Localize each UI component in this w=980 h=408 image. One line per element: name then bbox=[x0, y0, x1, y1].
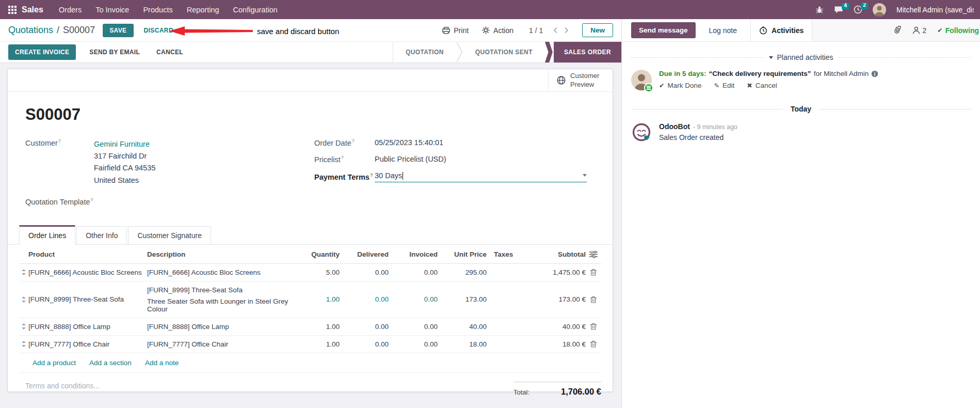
optional-columns-icon[interactable] bbox=[586, 250, 601, 258]
odoobot-avatar[interactable] bbox=[631, 122, 652, 143]
followers-button[interactable]: 2 bbox=[912, 26, 926, 35]
col-subtotal[interactable]: Subtotal bbox=[531, 250, 586, 258]
table-row[interactable]: [FURN_8888] Office Lamp [FURN_8888] Offi… bbox=[19, 318, 601, 336]
add-note-link[interactable]: Add a note bbox=[145, 359, 179, 367]
col-quantity[interactable]: Quantity bbox=[294, 250, 340, 258]
menu-orders[interactable]: Orders bbox=[59, 6, 82, 14]
table-row[interactable]: [FURN_7777] Office Chair [FURN_7777] Off… bbox=[19, 336, 601, 353]
terms-placeholder[interactable]: Terms and conditions... bbox=[25, 382, 100, 390]
cell-delivered[interactable]: 0.00 bbox=[340, 340, 389, 348]
send-by-email-button[interactable]: SEND BY EMAIL bbox=[86, 44, 143, 60]
delete-row-icon[interactable] bbox=[586, 323, 601, 330]
customer-preview-button[interactable]: Customer Preview bbox=[548, 69, 613, 91]
cell-description[interactable]: [FURN_7777] Office Chair bbox=[147, 340, 228, 348]
payment-terms-input[interactable]: 30 Days bbox=[375, 171, 587, 182]
pager-previous-icon[interactable] bbox=[550, 25, 561, 36]
cell-unit-price[interactable]: 295.00 bbox=[438, 269, 487, 276]
cell-product[interactable]: [FURN_7777] Office Chair bbox=[28, 340, 147, 348]
col-unit-price[interactable]: Unit Price bbox=[438, 250, 487, 258]
tab-customer-signature[interactable]: Customer Signature bbox=[128, 226, 211, 245]
mark-done-button[interactable]: ✔Mark Done bbox=[659, 82, 702, 89]
drag-handle-icon[interactable] bbox=[19, 341, 28, 347]
menu-reporting[interactable]: Reporting bbox=[187, 6, 219, 14]
cell-invoiced[interactable]: 0.00 bbox=[389, 269, 438, 276]
menu-products[interactable]: Products bbox=[143, 6, 172, 14]
order-date-value[interactable]: 05/25/2023 15:40:01 bbox=[375, 138, 443, 147]
cell-description[interactable]: [FURN_6666] Acoustic Bloc Screens bbox=[147, 269, 261, 276]
apps-grid-icon[interactable] bbox=[8, 6, 17, 14]
delete-row-icon[interactable] bbox=[586, 296, 601, 303]
debug-icon[interactable] bbox=[815, 6, 824, 14]
stage-quotation[interactable]: QUOTATION bbox=[393, 42, 456, 62]
following-button[interactable]: ✔ Following bbox=[937, 26, 979, 35]
menu-configuration[interactable]: Configuration bbox=[233, 6, 278, 14]
table-row[interactable]: [FURN_6666] Acoustic Bloc Screens [FURN_… bbox=[19, 264, 601, 281]
user-avatar[interactable] bbox=[873, 3, 886, 17]
edit-activity-button[interactable]: ✎Edit bbox=[714, 82, 735, 89]
attachment-icon[interactable] bbox=[893, 25, 902, 36]
pricelist-value[interactable]: Public Pricelist (USD) bbox=[375, 155, 446, 163]
planned-activities-toggle[interactable]: Planned activities bbox=[769, 53, 833, 61]
messages-icon[interactable]: 4 bbox=[834, 6, 843, 14]
form-view-background: Customer Preview S00007 Customer? Gemini… bbox=[0, 63, 621, 408]
message-author[interactable]: OdooBot bbox=[659, 122, 690, 131]
col-product[interactable]: Product bbox=[28, 250, 147, 258]
cell-delivered[interactable]: 0.00 bbox=[340, 295, 389, 303]
cell-unit-price[interactable]: 18.00 bbox=[438, 340, 487, 348]
cell-invoiced[interactable]: 0.00 bbox=[389, 340, 438, 348]
cell-unit-price[interactable]: 173.00 bbox=[438, 295, 487, 303]
add-section-link[interactable]: Add a section bbox=[89, 359, 132, 367]
activities-tab[interactable]: Activities bbox=[751, 19, 812, 41]
tab-order-lines[interactable]: Order Lines bbox=[19, 225, 75, 245]
pager-next-icon[interactable] bbox=[561, 25, 572, 36]
activity-avatar[interactable] bbox=[631, 70, 652, 90]
col-invoiced[interactable]: Invoiced bbox=[389, 250, 438, 258]
user-name[interactable]: Mitchell Admin (save_discard bbox=[896, 6, 974, 14]
stage-sales-order[interactable]: SALES ORDER bbox=[554, 42, 621, 62]
cell-delivered[interactable]: 0.00 bbox=[340, 323, 389, 331]
stage-quotation-sent[interactable]: QUOTATION SENT bbox=[463, 42, 545, 62]
cell-delivered[interactable]: 0.00 bbox=[340, 269, 389, 276]
app-name[interactable]: Sales bbox=[22, 5, 43, 14]
breadcrumb-quotations[interactable]: Quotations bbox=[8, 25, 53, 36]
action-button[interactable]: Action bbox=[482, 26, 513, 35]
cell-quantity[interactable]: 1.00 bbox=[294, 323, 340, 331]
col-description[interactable]: Description bbox=[147, 250, 294, 258]
cancel-activity-button[interactable]: ✖Cancel bbox=[747, 82, 777, 89]
cell-product[interactable]: [FURN_6666] Acoustic Bloc Screens bbox=[28, 269, 147, 276]
cell-quantity[interactable]: 5.00 bbox=[294, 269, 340, 276]
cell-unit-price[interactable]: 40.00 bbox=[438, 323, 487, 331]
add-product-link[interactable]: Add a product bbox=[33, 359, 76, 367]
cell-invoiced[interactable]: 0.00 bbox=[389, 323, 438, 331]
activity-clock-icon[interactable]: 2 bbox=[854, 5, 862, 14]
customer-link[interactable]: Gemini Furniture bbox=[94, 138, 155, 150]
cancel-button[interactable]: CANCEL bbox=[153, 44, 186, 60]
chevron-down-icon[interactable] bbox=[583, 174, 587, 177]
tab-other-info[interactable]: Other Info bbox=[76, 226, 127, 245]
log-note-button[interactable]: Log note bbox=[708, 22, 738, 39]
drag-handle-icon[interactable] bbox=[19, 269, 28, 275]
cell-product[interactable]: [FURN_8999] Three-Seat Sofa bbox=[28, 295, 147, 303]
save-button[interactable]: SAVE bbox=[103, 24, 133, 37]
col-delivered[interactable]: Delivered bbox=[340, 250, 389, 258]
cell-description[interactable]: [FURN_8888] Office Lamp bbox=[147, 323, 229, 331]
new-button[interactable]: New bbox=[582, 23, 613, 37]
create-invoice-button[interactable]: CREATE INVOICE bbox=[8, 44, 76, 60]
delete-row-icon[interactable] bbox=[586, 269, 601, 276]
drag-handle-icon[interactable] bbox=[19, 323, 28, 329]
print-button[interactable]: Print bbox=[442, 26, 469, 35]
cell-quantity[interactable]: 1.00 bbox=[294, 340, 340, 348]
cell-description[interactable]: [FURN_8999] Three-Seat Sofa bbox=[147, 286, 243, 294]
send-message-button[interactable]: Send message bbox=[631, 22, 696, 38]
delete-row-icon[interactable] bbox=[586, 340, 601, 348]
info-icon[interactable] bbox=[871, 70, 878, 77]
order-lines-table: Product Description Quantity Delivered I… bbox=[19, 245, 601, 373]
menu-to-invoice[interactable]: To Invoice bbox=[95, 6, 129, 14]
cell-invoiced[interactable]: 0.00 bbox=[389, 295, 438, 303]
col-taxes[interactable]: Taxes bbox=[487, 250, 531, 258]
table-row[interactable]: [FURN_8999] Three-Seat Sofa [FURN_8999] … bbox=[19, 281, 601, 318]
cell-quantity[interactable]: 1.00 bbox=[294, 295, 340, 303]
total-label: Total: bbox=[513, 388, 529, 396]
cell-product[interactable]: [FURN_8888] Office Lamp bbox=[28, 323, 147, 331]
drag-handle-icon[interactable] bbox=[19, 296, 28, 303]
